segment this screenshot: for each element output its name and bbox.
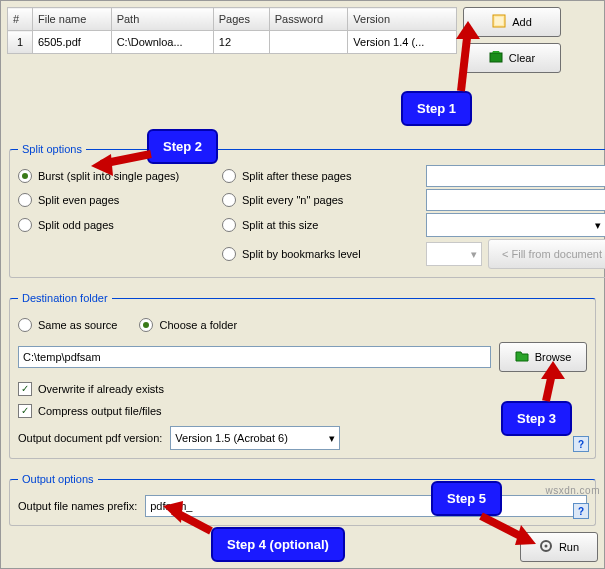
cell-pages: 12: [213, 31, 269, 54]
browse-button[interactable]: Browse: [499, 342, 587, 372]
radio-size[interactable]: Split at this size: [222, 214, 412, 236]
radio-bookmarks-label: Split by bookmarks level: [242, 248, 361, 260]
radio-even[interactable]: Split even pages: [18, 189, 208, 211]
cell-filename: 6505.pdf: [33, 31, 112, 54]
cell-index: 1: [8, 31, 33, 54]
callout-step2: Step 2: [147, 129, 218, 164]
destination-path-input[interactable]: [18, 346, 491, 368]
run-button[interactable]: Run: [520, 532, 598, 562]
radio-size-label: Split at this size: [242, 219, 318, 231]
clear-button[interactable]: Clear: [463, 43, 561, 73]
split-after-input[interactable]: [426, 165, 605, 187]
radio-same-source[interactable]: Same as source: [18, 314, 117, 336]
compress-label: Compress output file/files: [38, 405, 162, 417]
output-options-group: Output options Output file names prefix:…: [9, 473, 596, 526]
folder-icon: [515, 350, 529, 364]
radio-odd-label: Split odd pages: [38, 219, 114, 231]
add-button[interactable]: Add: [463, 7, 561, 37]
radio-same-label: Same as source: [38, 319, 117, 331]
clear-icon: [489, 50, 503, 66]
split-legend: Split options: [18, 143, 86, 155]
radio-burst[interactable]: Burst (split into single pages): [18, 165, 208, 187]
pdfver-value: Version 1.5 (Acrobat 6): [175, 432, 288, 444]
destination-legend: Destination folder: [18, 292, 112, 304]
output-legend: Output options: [18, 473, 98, 485]
radio-burst-label: Burst (split into single pages): [38, 170, 179, 182]
col-password[interactable]: Password: [269, 8, 348, 31]
callout-step5: Step 5: [431, 481, 502, 516]
callout-step1: Step 1: [401, 91, 472, 126]
split-every-input[interactable]: [426, 189, 605, 211]
radio-choose-label: Choose a folder: [159, 319, 237, 331]
watermark: wsxdn.com: [545, 485, 600, 496]
callout-step4: Step 4 (optional): [211, 527, 345, 562]
overwrite-label: Overwrite if already exists: [38, 383, 164, 395]
fill-label: < Fill from document: [502, 248, 602, 260]
prefix-label: Output file names prefix:: [18, 500, 137, 512]
pdfver-select[interactable]: Version 1.5 (Acrobat 6)▾: [170, 426, 340, 450]
table-row[interactable]: 1 6505.pdf C:\Downloa... 12 Version 1.4 …: [8, 31, 457, 54]
col-path[interactable]: Path: [111, 8, 213, 31]
radio-after[interactable]: Split after these pages: [222, 165, 412, 187]
col-filename[interactable]: File name: [33, 8, 112, 31]
help-icon[interactable]: ?: [573, 436, 589, 452]
add-icon: [492, 14, 506, 30]
checkbox-overwrite[interactable]: ✓Overwrite if already exists: [18, 378, 587, 400]
browse-label: Browse: [535, 351, 572, 363]
app-window: # File name Path Pages Password Version …: [0, 0, 605, 569]
cell-path: C:\Downloa...: [111, 31, 213, 54]
clear-label: Clear: [509, 52, 535, 64]
gear-icon: [539, 539, 553, 555]
radio-even-label: Split even pages: [38, 194, 119, 206]
radio-choose-folder[interactable]: Choose a folder: [139, 314, 237, 336]
radio-after-label: Split after these pages: [242, 170, 351, 182]
callout-step3: Step 3: [501, 401, 572, 436]
col-index[interactable]: #: [8, 8, 33, 31]
radio-bookmarks[interactable]: Split by bookmarks level: [222, 243, 412, 265]
pdfver-label: Output document pdf version:: [18, 432, 162, 444]
svg-rect-1: [495, 17, 503, 25]
help-icon[interactable]: ?: [573, 503, 589, 519]
chevron-down-icon: ▾: [329, 432, 335, 445]
add-label: Add: [512, 16, 532, 28]
bookmark-level-select: ▾: [426, 242, 482, 266]
chevron-down-icon: ▾: [471, 248, 477, 261]
radio-every-label: Split every "n" pages: [242, 194, 343, 206]
run-label: Run: [559, 541, 579, 553]
prefix-input[interactable]: [145, 495, 587, 517]
radio-odd[interactable]: Split odd pages: [18, 214, 208, 236]
split-options-group: Split options Burst (split into single p…: [9, 143, 605, 278]
radio-every[interactable]: Split every "n" pages: [222, 189, 412, 211]
chevron-down-icon: ▾: [595, 219, 601, 232]
cell-password: [269, 31, 348, 54]
col-pages[interactable]: Pages: [213, 8, 269, 31]
svg-rect-2: [490, 53, 502, 62]
fill-from-document-button: < Fill from document: [488, 239, 605, 269]
split-size-select[interactable]: ▾: [426, 213, 605, 237]
cell-version: Version 1.4 (...: [348, 31, 457, 54]
file-table[interactable]: # File name Path Pages Password Version …: [7, 7, 457, 54]
col-version[interactable]: Version: [348, 8, 457, 31]
svg-point-4: [544, 545, 547, 548]
